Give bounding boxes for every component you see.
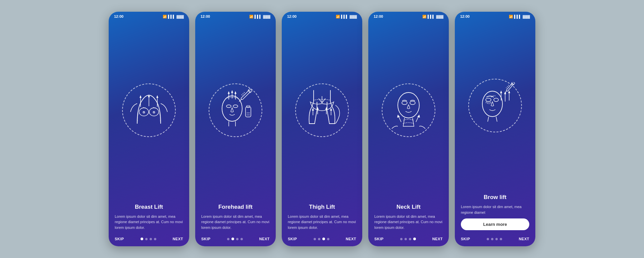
desc-thigh-lift: Lorem ipsum dolor sit dim amet, mea regi… bbox=[288, 214, 356, 231]
svg-line-23 bbox=[243, 93, 244, 94]
neck-lift-svg bbox=[385, 87, 432, 134]
dot-4-1 bbox=[400, 238, 402, 240]
svg-point-40 bbox=[398, 92, 419, 118]
illustration-neck-lift bbox=[368, 20, 449, 201]
svg-point-2 bbox=[143, 112, 145, 113]
skip-btn-2[interactable]: SKIP bbox=[201, 237, 211, 241]
dot-2-2 bbox=[231, 238, 234, 240]
dot-3-2 bbox=[318, 238, 320, 240]
desc-forehead-lift: Lorem ipsum dolor sit dim amet, mea regi… bbox=[201, 214, 270, 231]
svg-line-22 bbox=[244, 92, 245, 93]
svg-marker-14 bbox=[228, 91, 230, 94]
svg-point-49 bbox=[494, 98, 498, 102]
dot-3-1 bbox=[314, 238, 316, 240]
svg-point-0 bbox=[139, 108, 149, 116]
dot-4-3 bbox=[409, 238, 411, 240]
dots-5 bbox=[487, 238, 502, 240]
time-1: 12:00 bbox=[114, 14, 123, 18]
dot-4-2 bbox=[405, 238, 407, 240]
learn-more-button[interactable]: Learn more bbox=[461, 218, 529, 230]
signal-icon-3: ▌▌▌ bbox=[341, 15, 348, 18]
svg-point-11 bbox=[226, 105, 231, 108]
illustration-forehead-lift bbox=[195, 20, 276, 201]
dots-2 bbox=[227, 238, 243, 240]
title-brow-lift: Brow lift bbox=[461, 194, 529, 201]
screens-container: 12:00 📶 ▌▌▌ ▓▓▓ bbox=[109, 12, 535, 246]
svg-rect-26 bbox=[247, 106, 250, 108]
desc-brow-lift: Lorem ipsum dolor sit dim amet, mea regi… bbox=[461, 204, 529, 215]
svg-point-41 bbox=[402, 101, 407, 105]
signal-icon-2: ▌▌▌ bbox=[255, 15, 262, 18]
dot-2-4 bbox=[240, 238, 243, 240]
thigh-lift-svg bbox=[299, 87, 345, 134]
svg-marker-9 bbox=[156, 95, 158, 98]
battery-icon: ▓▓▓ bbox=[176, 15, 184, 18]
screen-breast-lift: 12:00 📶 ▌▌▌ ▓▓▓ bbox=[109, 12, 189, 246]
dots-3 bbox=[314, 238, 329, 240]
svg-marker-44 bbox=[397, 115, 400, 118]
time-2: 12:00 bbox=[201, 14, 210, 18]
dot-1-3 bbox=[150, 238, 152, 240]
dot-3-4 bbox=[327, 238, 329, 240]
time-3: 12:00 bbox=[287, 14, 297, 18]
status-bar-5: 12:00 📶 ▌▌▌ ▓▓▓ bbox=[455, 12, 535, 20]
svg-marker-55 bbox=[500, 90, 502, 93]
wifi-icon-2: 📶 bbox=[249, 15, 253, 18]
skip-btn-3[interactable]: SKIP bbox=[288, 237, 297, 241]
breast-lift-svg bbox=[125, 87, 172, 134]
dot-2-3 bbox=[236, 238, 238, 240]
dot-5-1 bbox=[487, 238, 489, 240]
dot-4-4 bbox=[413, 238, 416, 240]
svg-marker-46 bbox=[417, 115, 420, 118]
svg-marker-18 bbox=[234, 91, 236, 94]
bottom-nav-2: SKIP NEXT bbox=[195, 234, 276, 246]
svg-line-63 bbox=[508, 85, 509, 86]
next-btn-5[interactable]: NEXT bbox=[519, 237, 529, 241]
content-brow-lift: Brow lift Lorem ipsum dolor sit dim amet… bbox=[455, 191, 535, 234]
content-forehead-lift: Forehead lift Lorem ipsum dolor sit dim … bbox=[195, 201, 276, 234]
next-btn-4[interactable]: NEXT bbox=[432, 237, 443, 241]
svg-line-62 bbox=[505, 91, 507, 93]
wifi-icon-3: 📶 bbox=[336, 15, 340, 18]
signal-icon-4: ▌▌▌ bbox=[428, 15, 435, 18]
svg-line-24 bbox=[241, 94, 243, 95]
dot-5-2 bbox=[491, 238, 493, 240]
screen-brow-lift: 12:00 📶 ▌▌▌ ▓▓▓ bbox=[455, 12, 535, 246]
skip-btn-5[interactable]: SKIP bbox=[461, 237, 470, 241]
bottom-nav-4: SKIP NEXT bbox=[368, 234, 449, 246]
brow-lift-svg bbox=[472, 82, 519, 129]
signal-icon-5: ▌▌▌ bbox=[514, 15, 521, 18]
desc-breast-lift: Lorem ipsum dolor sit dim amet, mea regi… bbox=[115, 214, 183, 231]
forehead-lift-svg bbox=[212, 87, 259, 134]
svg-point-3 bbox=[153, 112, 155, 113]
status-bar-1: 12:00 📶 ▌▌▌ ▓▓▓ bbox=[109, 12, 189, 20]
next-btn-3[interactable]: NEXT bbox=[346, 237, 356, 241]
dots-1 bbox=[141, 238, 156, 240]
next-btn-2[interactable]: NEXT bbox=[259, 237, 270, 241]
screen-neck-lift: 12:00 📶 ▌▌▌ ▓▓▓ bbox=[368, 12, 449, 246]
dashed-circle-3 bbox=[295, 83, 349, 137]
dot-1-1 bbox=[141, 238, 143, 240]
svg-line-65 bbox=[506, 87, 507, 88]
dot-3-3 bbox=[322, 238, 325, 240]
content-neck-lift: Neck Lift Lorem ipsum dolor sit dim amet… bbox=[368, 201, 449, 234]
svg-point-47 bbox=[482, 91, 502, 117]
status-icons-3: 📶 ▌▌▌ ▓▓▓ bbox=[336, 15, 357, 18]
desc-neck-lift: Lorem ipsum dolor sit dim amet, mea regi… bbox=[374, 214, 443, 231]
content-thigh-lift: Thigh Lift Lorem ipsum dolor sit dim ame… bbox=[282, 201, 362, 234]
title-breast-lift: Breast Lift bbox=[115, 204, 183, 210]
status-icons-5: 📶 ▌▌▌ ▓▓▓ bbox=[509, 15, 530, 18]
dot-1-4 bbox=[154, 238, 156, 240]
next-btn-1[interactable]: NEXT bbox=[173, 237, 183, 241]
dot-5-3 bbox=[495, 238, 498, 240]
svg-marker-16 bbox=[231, 90, 233, 93]
bottom-nav-3: SKIP NEXT bbox=[282, 234, 362, 246]
svg-point-12 bbox=[233, 105, 238, 108]
skip-btn-1[interactable]: SKIP bbox=[115, 237, 124, 241]
skip-btn-4[interactable]: SKIP bbox=[374, 237, 384, 241]
battery-icon-2: ▓▓▓ bbox=[263, 15, 270, 18]
bottom-nav-1: SKIP NEXT bbox=[109, 234, 189, 246]
dashed-circle-1 bbox=[122, 83, 176, 137]
status-icons-4: 📶 ▌▌▌ ▓▓▓ bbox=[422, 15, 443, 18]
time-4: 12:00 bbox=[374, 14, 383, 18]
